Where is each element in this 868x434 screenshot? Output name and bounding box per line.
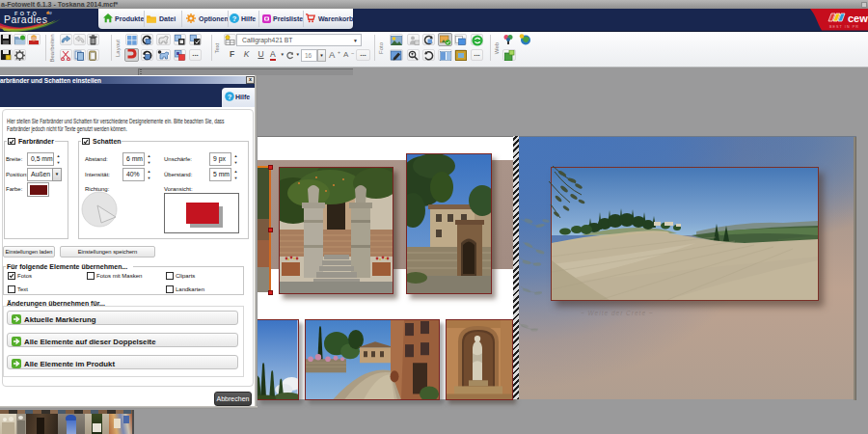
- svg-text:BEST IN PR: BEST IN PR: [829, 25, 859, 29]
- svg-text:?: ?: [232, 14, 237, 23]
- svg-text:cew: cew: [848, 13, 868, 24]
- svg-text:?: ?: [227, 93, 231, 101]
